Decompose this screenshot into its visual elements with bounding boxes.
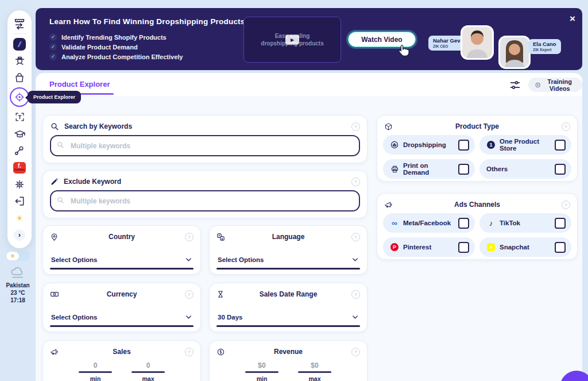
tools-icon[interactable] [13,144,26,157]
app: f. freedom ☀ › Product Explorer ☀ [0,0,588,381]
option-print-on-demand[interactable]: Print on Demand [383,159,475,179]
sidebar-expand-chevron-icon[interactable]: › [13,228,26,242]
close-icon[interactable]: × [570,14,575,24]
checkbox-meta-facebook[interactable] [458,218,469,229]
checkbox-others[interactable] [555,164,566,175]
help-icon[interactable]: ? [351,348,360,356]
freedom-label: freedom [14,169,25,172]
card-title: Language [216,233,360,241]
checkbox-snapchat[interactable] [555,242,566,253]
competitor-spy-icon[interactable] [13,54,26,68]
select-underline [216,325,360,327]
option-meta-facebook[interactable]: ∞ Meta/Facebook [383,213,475,233]
revenue-max-field[interactable]: $0 max [298,361,331,381]
currency-select-value: Select Options [51,314,98,321]
sidebar: f. freedom ☀ › [7,10,32,248]
title-builder-icon[interactable] [13,110,26,124]
help-icon[interactable]: ? [351,178,360,186]
weather-time: 17:18 [1,297,34,303]
card-country: Country ? Select Options [42,225,201,275]
country-select-value: Select Options [51,256,98,263]
play-square-icon [535,81,540,89]
sales-max-field[interactable]: 0 max [131,361,165,381]
select-underline [50,268,194,270]
banner-bullet: ✓ Analyze Product Competition Effectivel… [49,53,183,60]
checkbox-pinterest[interactable] [458,242,469,253]
card-language: Language ? Select Options [209,225,368,275]
card-search-keywords: Search by Keywords ? [42,115,368,163]
zik-logo-icon[interactable] [13,37,26,51]
country-select[interactable]: Select Options [51,256,192,263]
option-tiktok[interactable]: ♪ TikTok [479,213,571,233]
banner-bullet: ✓ Identify Trending Shopify Products [49,33,183,41]
weather-temperature: 23 °C [1,290,34,296]
option-snapchat[interactable]: Snapchat [479,237,571,257]
card-title: Exclude Keyword [64,178,121,186]
option-pinterest[interactable]: P Pinterest [383,237,475,257]
filters-area: Search by Keywords ? Exclude Keyword ? [36,96,582,381]
option-dropshipping[interactable]: Dropshipping [383,135,475,155]
checkbox-print-on-demand[interactable] [458,164,469,175]
revenue-max-label: max [298,375,331,381]
select-underline [216,268,360,270]
checkbox-dropshipping[interactable] [458,140,469,151]
help-icon[interactable]: ? [185,348,194,356]
currency-select[interactable]: Select Options [51,313,192,321]
weather-widget: ☀ Pakistan 23 °C 17:18 [1,251,34,303]
help-icon[interactable]: ? [185,290,194,299]
help-icon[interactable]: ? [351,290,360,299]
sales-max-value: 0 [131,361,165,370]
card-title: Sales Date Range [216,290,360,298]
chevron-down-icon [351,256,359,263]
help-icon[interactable]: ? [562,122,570,131]
mouse-cursor-icon [396,44,410,60]
search-keywords-input[interactable] [50,135,360,156]
chevron-down-icon [185,256,192,263]
settings-gear-icon[interactable] [13,178,26,191]
card-exclude-keyword: Exclude Keyword ? [42,170,368,218]
date-range-select[interactable]: 30 Days [218,313,359,321]
banner-bullet: ✓ Validate Product Demand [49,43,183,51]
date-range-select-value: 30 Days [218,314,242,321]
checkbox-one-product-store[interactable] [555,140,566,151]
exclude-keyword-input[interactable] [50,190,360,211]
field-underline [79,371,112,373]
profile-role: ZIK CEO [433,44,463,48]
video-thumbnail[interactable]: Easy scaling dropshipping products ▶ [243,17,341,63]
tiktok-icon: ♪ [489,220,493,227]
sales-max-label: max [131,375,165,381]
help-icon[interactable]: ? [185,233,194,241]
card-revenue: Revenue ? $0 min $0 max [209,340,368,381]
sales-min-field[interactable]: 0 min [79,361,112,381]
logout-icon[interactable] [13,194,26,208]
help-icon[interactable]: ? [351,122,360,131]
avatar-nahar [461,25,494,60]
weather-theme-toggle[interactable]: ☀ [6,251,30,261]
card-title: Search by Keywords [64,122,132,130]
card-ads-channels: Ads Channels ? ∞ Meta/Facebook ♪ TikTok [377,193,578,260]
marketplace-switch-icon[interactable] [13,17,26,30]
language-select[interactable]: Select Options [218,256,359,263]
revenue-min-field[interactable]: $0 min [245,361,278,381]
tab-product-explorer[interactable]: Product Explorer [49,80,110,88]
check-icon: ✓ [49,53,57,60]
profile-role: ZIK Expert [533,48,556,52]
card-product-type: Product Type ? Dropshipping 1 [377,115,578,182]
theme-sun-icon[interactable]: ☀ [13,211,26,225]
sidebar-divider [13,33,26,34]
option-others[interactable]: Others [479,159,571,179]
option-one-product-store[interactable]: 1 One Product Store [479,135,571,155]
meta-icon: ∞ [392,219,397,227]
profile-name: Ela Cano [533,41,556,48]
checkbox-tiktok[interactable] [555,218,566,229]
promo-banner: Learn How To Find Winning Dropshipping P… [36,8,582,70]
select-underline [50,325,194,327]
cloud-icon [1,266,34,281]
help-icon[interactable]: ? [351,233,360,241]
filter-sliders-icon[interactable] [509,79,521,94]
shopping-bag-icon[interactable] [13,71,26,84]
academy-icon[interactable] [13,127,26,141]
training-videos-button[interactable]: Training Videos [528,78,582,92]
help-icon[interactable]: ? [562,201,570,209]
freedom-logo-icon[interactable]: f. freedom [13,161,26,175]
